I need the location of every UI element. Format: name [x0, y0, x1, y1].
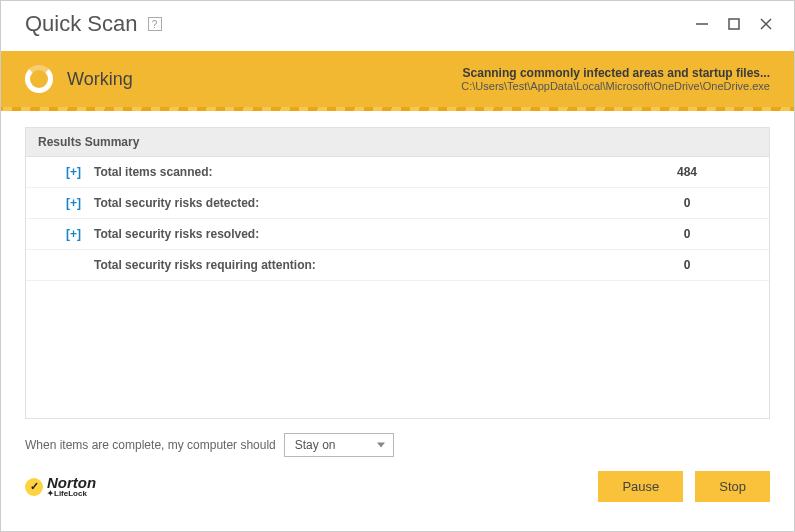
scan-path: C:\Users\Test\AppData\Local\Microsoft\On…	[461, 80, 770, 92]
row-value: 0	[657, 227, 717, 241]
stop-button[interactable]: Stop	[695, 471, 770, 502]
completion-selected: Stay on	[295, 438, 336, 452]
expand-icon[interactable]: [+]	[66, 227, 84, 241]
banner-left: Working	[25, 65, 133, 93]
expand-icon[interactable]: [+]	[66, 196, 84, 210]
close-button[interactable]	[758, 16, 774, 32]
row-value: 484	[657, 165, 717, 179]
expand-icon[interactable]: [+]	[66, 165, 84, 179]
maximize-button[interactable]	[726, 16, 742, 32]
result-row-attention: Total security risks requiring attention…	[26, 250, 769, 281]
pause-button[interactable]: Pause	[598, 471, 683, 502]
help-button[interactable]: ?	[148, 17, 162, 31]
minimize-button[interactable]	[694, 16, 710, 32]
row-label: Total security risks resolved:	[94, 227, 657, 241]
title-left: Quick Scan ?	[25, 11, 162, 37]
row-value: 0	[657, 196, 717, 210]
spinner-icon	[25, 65, 53, 93]
row-label: Total security risks detected:	[94, 196, 657, 210]
results-header: Results Summary	[26, 128, 769, 157]
logo-text: Norton ✦LifeLock	[47, 475, 96, 498]
completion-label: When items are complete, my computer sho…	[25, 438, 276, 452]
status-text: Working	[67, 69, 133, 90]
window-title: Quick Scan	[25, 11, 138, 37]
titlebar: Quick Scan ?	[1, 1, 794, 51]
row-value: 0	[657, 258, 717, 272]
logo-name: Norton	[47, 475, 96, 490]
scan-message: Scanning commonly infected areas and sta…	[461, 66, 770, 80]
footer: Norton ✦LifeLock Pause Stop	[1, 457, 794, 516]
status-banner: Working Scanning commonly infected areas…	[1, 51, 794, 111]
footer-buttons: Pause Stop	[598, 471, 770, 502]
result-row-detected: [+] Total security risks detected: 0	[26, 188, 769, 219]
row-label: Total security risks requiring attention…	[94, 258, 657, 272]
results-panel: Results Summary [+] Total items scanned:…	[25, 127, 770, 419]
completion-select[interactable]: Stay on	[284, 433, 394, 457]
result-row-resolved: [+] Total security risks resolved: 0	[26, 219, 769, 250]
result-row-scanned: [+] Total items scanned: 484	[26, 157, 769, 188]
row-label: Total items scanned:	[94, 165, 657, 179]
check-icon	[25, 478, 43, 496]
banner-right: Scanning commonly infected areas and sta…	[461, 66, 770, 92]
content-area: Results Summary [+] Total items scanned:…	[1, 111, 794, 419]
norton-logo: Norton ✦LifeLock	[25, 475, 96, 498]
logo-sub: ✦LifeLock	[47, 490, 96, 498]
svg-rect-1	[729, 19, 739, 29]
window-controls	[694, 16, 774, 32]
completion-action-row: When items are complete, my computer sho…	[1, 433, 794, 457]
